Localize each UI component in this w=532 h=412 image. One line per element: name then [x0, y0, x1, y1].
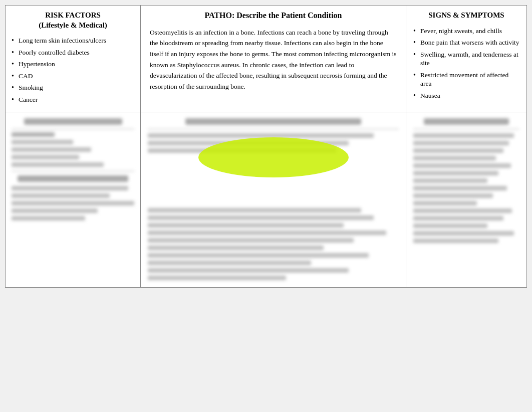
list-item: Smoking	[12, 83, 134, 92]
bottom-right-column	[406, 112, 526, 287]
bottom-middle-column	[141, 112, 406, 287]
signs-symptoms-column: SIGNS & SYMPTOMS Fever, night sweats, an…	[406, 6, 526, 112]
signs-symptoms-header: SIGNS & SYMPTOMS	[413, 11, 519, 21]
bottom-row	[5, 112, 527, 288]
bottom-left-column	[6, 112, 141, 287]
risk-factors-title-line1: RISK FACTORS	[45, 11, 101, 19]
bottom-right-blurred	[413, 118, 519, 243]
list-item: Hypertension	[12, 60, 134, 69]
list-item: Bone pain that worsens with activity	[413, 38, 519, 47]
list-item: Long term skin infections/ulcers	[12, 36, 134, 45]
risk-factors-header: RISK FACTORS (Lifestyle & Medical)	[12, 11, 134, 30]
list-item: Poorly controlled diabetes	[12, 48, 134, 57]
list-item: Fever, night sweats, and chills	[413, 27, 519, 36]
patho-header: PATHO: Describe the Patient Condition	[150, 11, 397, 21]
bottom-middle-blurred-2	[148, 208, 399, 280]
patho-body: Osteomyelitis is an infection in a bone.…	[150, 27, 397, 92]
patho-column: PATHO: Describe the Patient Condition Os…	[141, 6, 406, 112]
list-item: CAD	[12, 72, 134, 81]
green-oval-highlight	[198, 137, 349, 177]
top-row: RISK FACTORS (Lifestyle & Medical) Long …	[5, 5, 527, 112]
risk-factors-title-line2: (Lifestyle & Medical)	[39, 21, 107, 29]
risk-factors-list: Long term skin infections/ulcers Poorly …	[12, 36, 134, 104]
list-item: Cancer	[12, 95, 134, 104]
list-item: Swelling, warmth, and tenderness at site	[413, 50, 519, 68]
bottom-left-blurred	[12, 118, 134, 221]
list-item: Restricted movement of affected area	[413, 71, 519, 88]
risk-factors-column: RISK FACTORS (Lifestyle & Medical) Long …	[6, 6, 141, 112]
signs-symptoms-list: Fever, night sweats, and chills Bone pai…	[413, 27, 519, 100]
main-container: RISK FACTORS (Lifestyle & Medical) Long …	[5, 5, 527, 288]
list-item: Nausea	[413, 91, 519, 100]
